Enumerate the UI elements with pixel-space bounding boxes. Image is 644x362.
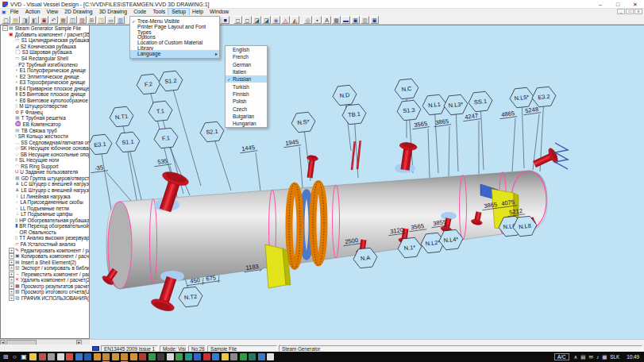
setup-menu-item-printer-page-layout-and-font-types[interactable]: Printer Page Layout and Font Types <box>130 25 219 33</box>
label-text[interactable]: F.2 <box>145 80 153 88</box>
label-text[interactable]: N.L3* <box>448 101 463 110</box>
menu-window[interactable]: Window <box>206 9 232 15</box>
tree-item-tb-связка-труб[interactable]: ▤TB Связка труб <box>1 127 89 133</box>
task-view-icon[interactable]: ▣ <box>21 353 28 360</box>
language-item-bulgarian[interactable]: Bulgarian <box>226 113 267 120</box>
label-text[interactable]: N.L8 <box>519 222 531 231</box>
tree-item-переместить-компонент[interactable]: +→Переместить компонент / расчет(26) <box>1 271 89 277</box>
label-text[interactable]: T.1 <box>156 107 165 115</box>
menu-3d-drawing[interactable]: 3D Drawing <box>96 9 131 15</box>
tree-item-просмотр-итогового-отчет[interactable]: +▧Просмотр итогового отчета(Updated) <box>1 289 89 295</box>
language-item-french[interactable]: French <box>226 53 267 60</box>
solid-view-4-icon[interactable]: ■ <box>221 16 229 24</box>
tree-item-or-овальность[interactable]: ◌OR Овальность <box>1 229 89 236</box>
taskbar-app-blue-2-icon[interactable] <box>194 353 201 360</box>
cascade-windows-icon[interactable]: ▩ <box>332 16 341 24</box>
view-3d-4-icon[interactable]: ◪ <box>262 16 271 24</box>
tree-item-eb-компенсатор[interactable]: ♒EB Компенсатор <box>1 121 89 128</box>
save-icon[interactable]: ▬ <box>341 16 350 24</box>
label-text[interactable]: S1.1 <box>121 138 134 147</box>
zoom-window-icon[interactable]: ◳ <box>97 16 106 24</box>
tree-item-sb-несущие-консольные-оп[interactable]: ◇SB Несущие консольные опоры <box>1 151 89 157</box>
chart-icon[interactable]: ▥ <box>116 16 125 24</box>
taskbar-app-grey-icon[interactable] <box>48 353 55 360</box>
tree-item-p2-трубный-изгиб-колено[interactable]: ◞P2 Трубный изгиб/колено <box>1 61 89 67</box>
print-icon[interactable]: ▭ <box>106 16 115 24</box>
label-text[interactable]: N.1* <box>403 244 415 252</box>
setup-menu-item-location-of-custom-material-library[interactable]: Location of Custom Material Library <box>130 41 219 49</box>
label-text[interactable]: S2.1 <box>206 128 218 137</box>
menu-view[interactable]: View <box>44 9 62 15</box>
tree-item-gd-группа-штуцеров-отвер[interactable]: ▩GD Группа штуцеров/отверстий <box>1 175 89 182</box>
copy-tool-2-icon[interactable]: ◧ <box>30 16 39 24</box>
tree-item-fa-усталостный-анализ[interactable]: ▱FA Усталостный анализ <box>1 241 89 248</box>
drawing-area[interactable]: -355351445194535653865424748655248450675… <box>90 25 644 339</box>
tree-item-li-линейная-нагрузка[interactable]: ⇂LI Линейная нагрузка <box>1 193 89 199</box>
tray-icon-2[interactable]: ✉ <box>588 354 592 360</box>
tree-item-e4-приварное-плоское-дни[interactable]: ▮E4 Приварное плоское днище <box>1 85 89 91</box>
tree-item-rs-ring-support[interactable]: ◠RS Ring Support <box>1 164 89 170</box>
taskbar-app-orange-2-icon[interactable] <box>102 353 110 360</box>
tree-item-la-присоединенные-скобы[interactable]: ♁LA Присоединенные скобы <box>1 199 89 206</box>
tree-item-ll-подъемные-петли[interactable]: ♁LL Подъемные петли <box>1 205 89 211</box>
palette-icon[interactable]: ▨ <box>78 16 87 24</box>
print-preview-icon[interactable]: ▣ <box>351 16 360 24</box>
label-text[interactable]: N.C <box>401 85 412 93</box>
image-export-icon[interactable]: ▥ <box>361 16 369 24</box>
tree-item-e6-винтовое-куполообразн[interactable]: ◗E6 Винтовое куполообразное дн <box>1 98 89 104</box>
tray-ac-button[interactable]: A/C <box>554 353 569 360</box>
copy-tool-1-icon[interactable]: ◨ <box>21 16 29 24</box>
taskbar-app-green-icon[interactable] <box>148 353 156 360</box>
expand-icon[interactable]: + <box>9 253 14 259</box>
tree-item-br-переход-обогревательн[interactable]: ▮BR Переход обогревательной р <box>1 223 89 229</box>
collapse-icon[interactable]: − <box>2 25 8 31</box>
label-text[interactable]: S1.2 <box>164 77 177 86</box>
tree-item-редактировать-компонент[interactable]: +✎Редактировать компонент / расчет(26) <box>1 247 89 253</box>
close-button[interactable]: ✕ <box>627 0 644 9</box>
taskbar-app-red-2-icon[interactable] <box>203 353 210 360</box>
tree-item-lt-подъемные-цапфы[interactable]: ⊥LT Подъемные цапфы <box>1 211 89 218</box>
tree-item-sl-несущие-ноги[interactable]: ⅡSL Несущие ноги <box>1 157 89 164</box>
expand-icon[interactable]: + <box>9 248 14 253</box>
tray-icon-1[interactable]: ▤ <box>580 354 585 360</box>
label-text[interactable]: N.L5* <box>514 94 529 102</box>
expand-icon[interactable]: + <box>9 295 14 301</box>
minimize-button[interactable]: – <box>592 0 609 9</box>
label-text[interactable]: SS.1 <box>474 98 488 106</box>
taskbar-app-ie-icon[interactable] <box>212 353 219 360</box>
start-button[interactable]: ⊞ <box>2 353 10 360</box>
label-text[interactable]: N.L1 <box>428 101 441 110</box>
view-3d-3-icon[interactable]: ◪ <box>253 16 261 24</box>
material-library-icon[interactable]: ▦ <box>59 16 67 24</box>
label-text[interactable]: E3.1 <box>94 141 106 149</box>
taskbar-app-dark-icon[interactable] <box>157 353 164 360</box>
language-item-polish[interactable]: Polish <box>226 98 267 105</box>
language-item-turkish[interactable]: Turkish <box>226 83 267 90</box>
tree-item-insert-a-shell-element-2[interactable]: +▤Insert a Shell Element(2) <box>1 259 89 265</box>
tree-item-hp-обогревательная-рубаш[interactable]: ▯HP Обогревательная рубашка и <box>1 218 89 224</box>
tree-item-e5-винтовое-плоское-днищ[interactable]: ▮E5 Винтовое плоское днище <box>1 91 89 98</box>
menu-action[interactable]: Action <box>22 9 44 15</box>
taskbar-app-light-icon[interactable] <box>57 353 64 360</box>
label-text[interactable]: N.D <box>339 91 350 99</box>
label-text[interactable]: N.T2 <box>184 293 198 302</box>
taskbar-app-leaf-icon[interactable] <box>175 353 183 360</box>
menu-2d-drawing[interactable]: 2D Drawing <box>61 9 96 15</box>
print-3d-icon[interactable]: ▣ <box>370 16 379 24</box>
tree-item-sr-кольцо-жесткости[interactable]: ⅠSR Кольцо жесткости <box>1 133 89 140</box>
tree-item-sk-несущее-юбочное-основ[interactable]: ◇SK Несущее юбочное основани <box>1 145 89 152</box>
tray-clock[interactable]: 10:49 <box>627 354 639 360</box>
label-text[interactable]: N.A <box>360 254 370 262</box>
language-item-hungarian[interactable]: Hungarian <box>226 120 267 127</box>
label-text[interactable]: N.S* <box>297 118 310 127</box>
label-text[interactable]: N.T1 <box>115 113 129 121</box>
expand-icon[interactable]: + <box>9 283 14 289</box>
label-text[interactable]: N.L2* <box>425 239 440 248</box>
language-item-italien[interactable]: Italien <box>226 68 267 75</box>
taskbar-app-orange-1-icon[interactable] <box>94 353 101 360</box>
language-item-english[interactable]: English <box>226 46 267 53</box>
language-item-russian[interactable]: ✓Russian <box>226 75 267 83</box>
tree-item-u-задание-пользователя[interactable]: UU Задание пользователя <box>1 169 89 175</box>
tree-item-ss-седловидная-лапчатая[interactable]: ◡SS Седловидная/лапчатая опо <box>1 139 89 145</box>
view-3d-2-icon[interactable]: ◻ <box>243 16 252 24</box>
